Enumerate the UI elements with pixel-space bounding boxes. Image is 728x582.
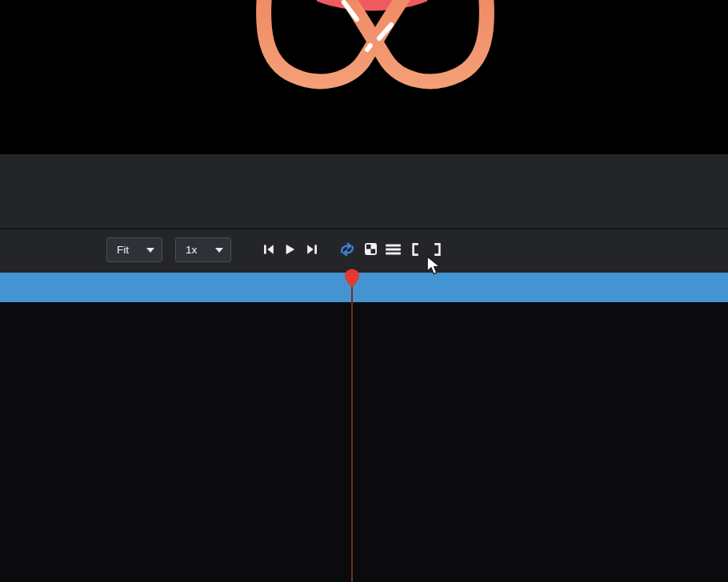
chevron-down-icon: [146, 248, 154, 253]
play-icon: [283, 243, 296, 256]
skip-to-start-icon: [262, 243, 275, 256]
in-point-button[interactable]: [411, 243, 418, 256]
lottie-animation-logo: [0, 0, 728, 154]
skip-to-end-icon: [306, 243, 318, 256]
player-control-panel: Fit 1x: [0, 154, 728, 273]
menu-button[interactable]: [386, 244, 401, 255]
out-point-button[interactable]: [434, 243, 442, 256]
playhead-marker[interactable]: [344, 269, 360, 288]
checkerboard-icon: [364, 242, 378, 256]
zoom-select-value: Fit: [117, 244, 129, 256]
speed-select[interactable]: 1x: [175, 237, 231, 262]
playhead-line: [351, 285, 353, 582]
panel-divider: [0, 228, 728, 229]
chevron-down-icon: [215, 248, 223, 253]
skip-to-end-button[interactable]: [306, 243, 318, 256]
hamburger-icon: [386, 244, 401, 255]
skip-to-start-button[interactable]: [262, 243, 275, 256]
speed-select-value: 1x: [186, 244, 197, 256]
content-area: [0, 302, 728, 582]
loop-icon: [338, 242, 356, 257]
logo-rope: [264, 0, 487, 82]
bracket-open-icon: [411, 243, 418, 256]
logo-pink-shape: [317, 0, 427, 11]
timeline-track[interactable]: [0, 273, 728, 302]
loop-toggle-button[interactable]: [338, 242, 356, 257]
mouse-cursor: [426, 256, 442, 277]
background-toggle-button[interactable]: [364, 242, 378, 256]
zoom-select[interactable]: Fit: [106, 237, 162, 262]
bracket-close-icon: [434, 243, 442, 256]
play-button[interactable]: [283, 243, 296, 256]
preview-stage: [0, 0, 728, 154]
playhead-droplet-icon: [344, 269, 360, 288]
